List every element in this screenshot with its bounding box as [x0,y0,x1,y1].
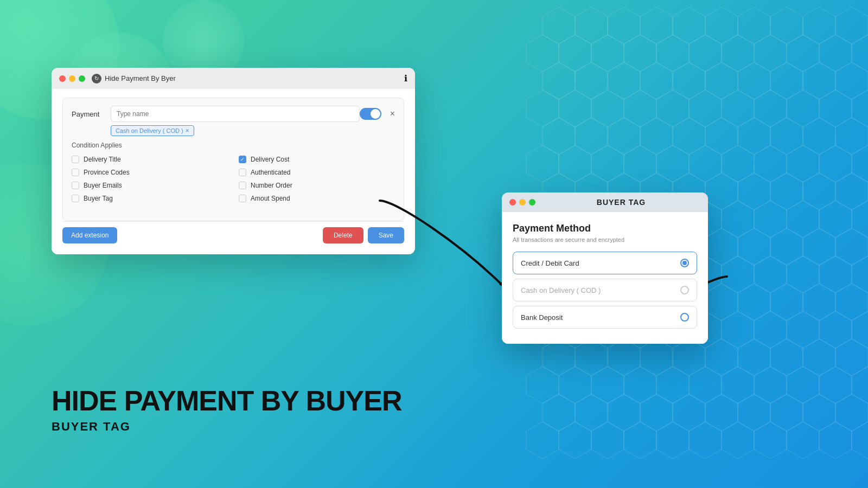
svg-marker-130 [673,339,705,376]
svg-marker-135 [835,339,868,376]
checkbox-amout-spend[interactable] [239,195,246,202]
payment-option-credit-card[interactable]: Credit / Debit Card [513,252,697,274]
save-button[interactable]: Save [368,227,404,243]
checkbox-delivery-cost[interactable]: ✓ [239,156,246,163]
svg-marker-56 [656,145,689,182]
svg-marker-121 [722,311,754,348]
svg-marker-36 [689,90,722,127]
svg-marker-16 [722,35,754,72]
svg-marker-30 [835,62,868,99]
payment-window: BUYER TAG Payment Method All transaction… [502,192,708,344]
svg-marker-58 [722,145,754,182]
svg-marker-139 [624,367,656,403]
payment-option-cod[interactable]: Cash on Delivery ( COD ) [513,279,697,301]
checkbox-province-codes[interactable] [72,169,79,176]
payment-method-subtitle: All transactions are securre and encrypt… [513,236,697,243]
svg-marker-25 [673,62,705,99]
svg-marker-137 [559,367,591,403]
svg-marker-158 [559,422,591,459]
svg-marker-122 [754,311,787,348]
footer-right: Delete Save [323,227,404,243]
svg-marker-18 [787,35,819,72]
admin-window: ↻ Hide Payment By Byer ℹ Payment Cash on… [52,68,415,254]
svg-marker-153 [738,394,770,431]
condition-buyer-tag: Buyer Tag [72,195,228,202]
toggle-switch[interactable] [360,108,381,120]
svg-marker-37 [722,90,754,127]
svg-marker-7 [770,7,803,44]
svg-marker-162 [689,422,722,459]
svg-marker-59 [754,145,787,182]
svg-marker-156 [835,394,868,431]
payment-tl-green[interactable] [529,199,535,206]
svg-marker-17 [754,35,787,72]
app-icon: ↻ [92,74,101,84]
condition-applies-label: Condition Applies [72,142,395,149]
svg-marker-104 [852,256,868,293]
checkbox-number-order[interactable] [239,182,246,189]
condition-number-order: Number Order [239,182,395,189]
payment-option-bank-deposit[interactable]: Bank Deposit [513,306,697,329]
traffic-light-green[interactable] [79,75,85,82]
svg-marker-38 [754,90,787,127]
condition-label-delivery-cost: Delivery Cost [251,156,289,163]
svg-marker-68 [705,173,738,210]
bottom-text: HIDE PAYMENT BY BUYER BUYER TAG [52,386,402,434]
svg-marker-146 [852,367,868,403]
svg-marker-41 [852,90,868,127]
svg-marker-80 [754,201,787,237]
tag-close-icon[interactable]: × [186,127,189,134]
svg-marker-131 [705,339,738,376]
svg-marker-93 [835,228,868,265]
condition-buyer-emails: Buyer Emails [72,182,228,189]
svg-marker-143 [754,367,787,403]
checkbox-buyer-tag[interactable] [72,195,79,202]
checkbox-delivery-title[interactable] [72,156,79,163]
svg-marker-50 [803,118,835,155]
svg-marker-110 [705,284,738,320]
svg-marker-142 [722,367,754,403]
svg-marker-29 [803,62,835,99]
svg-marker-90 [738,228,770,265]
payment-tl-red[interactable] [509,199,516,206]
svg-marker-112 [770,284,803,320]
radio-cod[interactable] [680,286,689,294]
svg-marker-134 [803,339,835,376]
traffic-light-yellow[interactable] [69,75,75,82]
checkbox-buyer-emails[interactable] [72,182,79,189]
svg-marker-126 [542,339,575,376]
svg-marker-102 [787,256,819,293]
window-title-area: ↻ Hide Payment By Byer [92,74,176,84]
svg-marker-70 [770,173,803,210]
svg-marker-140 [656,367,689,403]
radio-credit-card[interactable] [680,259,689,267]
close-button[interactable]: × [390,109,395,119]
main-heading: HIDE PAYMENT BY BUYER [52,386,402,416]
add-extension-button[interactable]: Add extesion [62,227,117,243]
svg-marker-12 [591,35,624,72]
payment-input-area: Cash on Delivery ( COD ) × [111,106,360,136]
svg-marker-69 [738,173,770,210]
condition-province-codes: Province Codes [72,169,228,176]
svg-marker-125 [852,311,868,348]
svg-marker-127 [575,339,608,376]
svg-marker-27 [738,62,770,99]
svg-marker-1 [575,7,608,44]
svg-marker-51 [835,118,868,155]
delete-button[interactable]: Delete [323,227,363,243]
svg-marker-159 [591,422,624,459]
traffic-light-red[interactable] [59,75,66,82]
payment-input[interactable] [111,106,360,122]
svg-marker-11 [559,35,591,72]
checkbox-authenticated[interactable] [239,169,246,176]
svg-marker-35 [656,90,689,127]
info-icon[interactable]: ℹ [404,73,407,84]
svg-marker-47 [705,118,738,155]
svg-marker-152 [705,394,738,431]
condition-label-amout-spend: Amout Spend [251,195,290,202]
svg-marker-155 [803,394,835,431]
radio-bank-deposit[interactable] [680,313,689,322]
svg-marker-83 [852,201,868,237]
payment-tl-yellow[interactable] [519,199,526,206]
svg-marker-3 [640,7,673,44]
